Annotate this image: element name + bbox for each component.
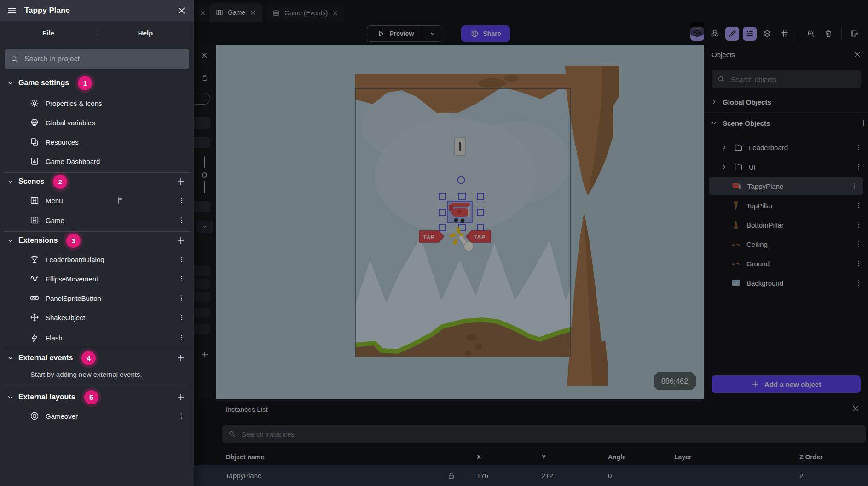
sidebar-item-scene-menu[interactable]: Menu bbox=[0, 192, 194, 209]
column-header-x[interactable]: X bbox=[477, 449, 481, 465]
chevron-down-icon[interactable] bbox=[6, 354, 14, 362]
object-row-tappyplane[interactable]: TappyPlane bbox=[709, 177, 863, 195]
kebab-menu-icon[interactable] bbox=[855, 279, 862, 287]
section-game-settings[interactable]: Game settings 1 bbox=[0, 74, 194, 92]
object-row-ground[interactable]: Ground bbox=[704, 254, 868, 273]
column-header-y[interactable]: Y bbox=[542, 449, 546, 465]
tap-sign-left[interactable]: TAP bbox=[419, 231, 444, 242]
instance-row-tappyplane[interactable]: TappyPlane 176 212 0 2 bbox=[194, 465, 868, 486]
sidebar-item-resources[interactable]: Resources bbox=[0, 133, 194, 151]
kebab-menu-icon[interactable] bbox=[855, 163, 862, 170]
global-objects-group[interactable]: Global Objects bbox=[704, 94, 868, 110]
sidebar-item-panelspritebutton[interactable]: PanelSpriteButton bbox=[0, 289, 194, 307]
chevron-down-icon[interactable] bbox=[711, 119, 718, 127]
add-external-events-plus-icon[interactable] bbox=[176, 353, 185, 363]
instance-z-order[interactable]: 2 bbox=[799, 465, 803, 486]
kebab-menu-icon[interactable] bbox=[178, 197, 185, 204]
sidebar-item-scene-game[interactable]: Game bbox=[0, 211, 194, 229]
instance-y[interactable]: 212 bbox=[542, 465, 553, 486]
sidebar-item-game-dashboard[interactable]: Game Dashboard bbox=[0, 152, 194, 170]
sidebar-item-properties-icons[interactable]: Properties & Icons bbox=[0, 94, 194, 112]
instances-search[interactable] bbox=[222, 425, 866, 443]
lock-open-icon[interactable] bbox=[447, 465, 456, 486]
sidebar-item-leaderboarddialog[interactable]: LeaderboardDialog bbox=[0, 251, 194, 268]
project-search-input[interactable] bbox=[23, 54, 184, 64]
strip-field[interactable] bbox=[194, 201, 210, 212]
chevron-down-icon[interactable] bbox=[6, 178, 14, 186]
instances-list-toggle-button[interactable] bbox=[743, 27, 757, 41]
strip-field[interactable] bbox=[194, 266, 210, 276]
kebab-menu-icon[interactable] bbox=[855, 260, 862, 267]
edit-scene-events-button[interactable] bbox=[848, 27, 862, 41]
objects-search-input[interactable] bbox=[730, 75, 855, 84]
kebab-menu-icon[interactable] bbox=[178, 334, 185, 341]
kebab-menu-icon[interactable] bbox=[855, 144, 862, 151]
kebab-menu-icon[interactable] bbox=[178, 275, 185, 282]
scene-objects-group[interactable]: Scene Objects bbox=[704, 115, 868, 131]
plus-icon[interactable] bbox=[201, 351, 209, 359]
menu-file[interactable]: File bbox=[0, 29, 97, 37]
column-header-angle[interactable]: Angle bbox=[608, 449, 626, 465]
kebab-menu-icon[interactable] bbox=[851, 182, 858, 190]
sidebar-item-flash[interactable]: Flash bbox=[0, 329, 194, 346]
instances-search-input[interactable] bbox=[241, 430, 860, 439]
close-icon[interactable] bbox=[853, 50, 862, 59]
sidebar-item-ellipsemovement[interactable]: EllipseMovement bbox=[0, 270, 194, 287]
lock-open-icon[interactable] bbox=[201, 73, 209, 82]
add-new-object-button[interactable]: Add a new object bbox=[712, 375, 861, 393]
chevron-down-icon[interactable] bbox=[6, 393, 14, 401]
instance-x[interactable]: 176 bbox=[477, 465, 488, 486]
kebab-menu-icon[interactable] bbox=[178, 256, 185, 263]
delete-button[interactable] bbox=[822, 27, 835, 41]
toggle-3d-view-button[interactable] bbox=[690, 27, 704, 41]
chevron-down-icon[interactable] bbox=[6, 237, 14, 245]
strip-field[interactable] bbox=[194, 308, 210, 318]
column-header-layer[interactable]: Layer bbox=[674, 449, 691, 465]
section-external-layouts[interactable]: External layouts 5 bbox=[0, 388, 194, 406]
strip-field[interactable] bbox=[194, 292, 210, 302]
slider-knob[interactable] bbox=[202, 172, 207, 178]
column-header-object-name[interactable]: Object name bbox=[226, 449, 264, 465]
sidebar-item-shakeobject[interactable]: ShakeObject bbox=[0, 309, 194, 326]
tab-game-events[interactable]: Game (Events) bbox=[266, 4, 345, 22]
project-search[interactable] bbox=[5, 49, 189, 69]
kebab-menu-icon[interactable] bbox=[178, 294, 185, 302]
object-row-toppillar[interactable]: TopPillar bbox=[704, 196, 868, 215]
strip-field[interactable] bbox=[194, 324, 210, 334]
close-icon[interactable] bbox=[851, 404, 860, 413]
close-icon[interactable] bbox=[249, 9, 256, 16]
chevron-right-icon[interactable] bbox=[711, 98, 718, 105]
object-row-background[interactable]: Background bbox=[704, 274, 868, 292]
zoom-button[interactable] bbox=[804, 27, 818, 41]
add-scene-plus-icon[interactable] bbox=[176, 177, 185, 186]
kebab-menu-icon[interactable] bbox=[855, 221, 862, 228]
object-row-ceiling[interactable]: Ceiling bbox=[704, 235, 868, 253]
strip-pill-button[interactable] bbox=[194, 93, 210, 105]
object-row-bottompillar[interactable]: BottomPillar bbox=[704, 216, 868, 234]
rotation-handle[interactable] bbox=[458, 177, 465, 184]
add-object-plus-icon[interactable] bbox=[859, 118, 868, 128]
object-row-ui[interactable]: UI bbox=[704, 158, 868, 176]
column-header-z-order[interactable]: Z Order bbox=[799, 449, 823, 465]
close-icon[interactable] bbox=[177, 6, 187, 16]
sidebar-item-global-variables[interactable]: Global variables bbox=[0, 114, 194, 131]
tap-sign-right[interactable]: TAP bbox=[466, 231, 491, 242]
chevron-down-icon[interactable] bbox=[6, 79, 14, 87]
preview-button[interactable]: Preview bbox=[367, 25, 442, 42]
chevron-right-icon[interactable] bbox=[721, 144, 728, 151]
close-icon[interactable] bbox=[332, 10, 339, 17]
section-scenes[interactable]: Scenes 2 bbox=[0, 173, 194, 190]
share-button[interactable]: Share bbox=[461, 25, 510, 42]
preview-options-dropdown[interactable] bbox=[423, 26, 442, 41]
strip-field[interactable] bbox=[194, 117, 210, 129]
kebab-menu-icon[interactable] bbox=[178, 412, 185, 420]
kebab-menu-icon[interactable] bbox=[178, 314, 185, 321]
add-extension-plus-icon[interactable] bbox=[176, 236, 185, 245]
section-extensions[interactable]: Extensions 3 bbox=[0, 232, 194, 249]
instance-angle[interactable]: 0 bbox=[608, 465, 612, 486]
edit-mode-button[interactable] bbox=[725, 27, 739, 41]
objects-search[interactable] bbox=[712, 70, 861, 88]
section-external-events[interactable]: External events 4 bbox=[0, 349, 194, 367]
chevron-right-icon[interactable] bbox=[721, 163, 728, 170]
layers-panel-button[interactable] bbox=[760, 27, 774, 41]
